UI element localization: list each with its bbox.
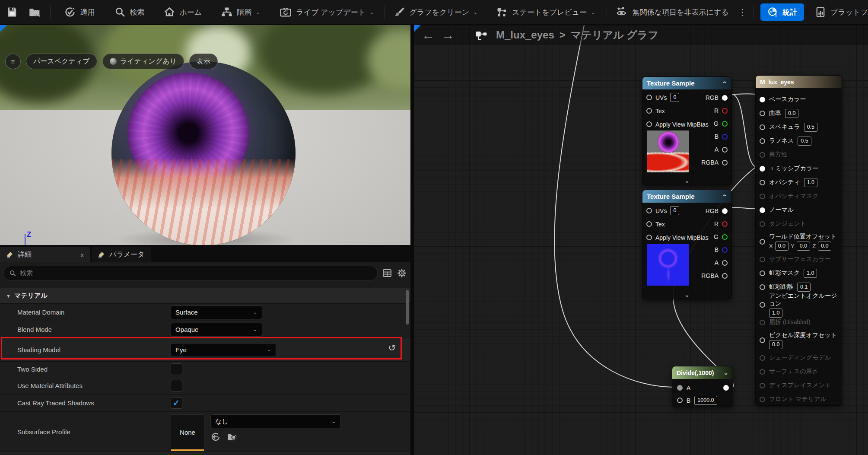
input-pin[interactable] [646, 208, 652, 213]
tab-parameters[interactable]: パラメータ [92, 247, 151, 262]
material-input-pin[interactable] [760, 194, 765, 199]
material-graph-panel[interactable]: ← → M_lux_eyes > マテリアル グラフ Texture Sampl… [414, 25, 868, 455]
pin-value[interactable]: 1.0 [769, 309, 782, 318]
details-scrollbar[interactable] [406, 290, 409, 325]
material-result-node[interactable]: M_lux_eyes ベースカラー曲率0.0スペキュラ0.5ラフネス0.5異方性… [755, 75, 842, 406]
collapse-icon[interactable]: ⌃ [722, 80, 727, 86]
pin-value[interactable]: 0.5 [798, 137, 811, 146]
expand-icon[interactable]: ⌄ [642, 291, 731, 298]
input-pin[interactable] [646, 121, 652, 127]
show-button[interactable]: 表示 [189, 54, 218, 69]
tab-details[interactable]: 詳細 x [0, 247, 90, 262]
subsurface-profile-select[interactable]: なし⌄ [210, 414, 341, 428]
material-input-pin[interactable] [760, 397, 765, 402]
input-pin[interactable] [646, 235, 652, 240]
input-pin[interactable] [646, 108, 652, 114]
material-input-pin[interactable] [760, 152, 765, 158]
material-input-pin[interactable] [760, 239, 765, 245]
material-input-pin[interactable] [760, 369, 765, 375]
output-pin-b[interactable] [722, 134, 728, 140]
material-input-pin[interactable] [760, 207, 765, 213]
output-pin-g[interactable] [722, 234, 728, 240]
stats-button[interactable]: i 統計 [760, 3, 804, 21]
details-search-input[interactable]: 検索 [3, 266, 378, 280]
perspective-button[interactable]: パースペクティブ [26, 54, 97, 69]
divide-node[interactable]: Divide(,1000)⌄ A B 1000.0 [672, 366, 733, 407]
output-pin-rgb[interactable] [722, 95, 728, 101]
pin-value[interactable]: 1.0 [804, 178, 817, 187]
browse-asset-icon[interactable] [227, 432, 238, 442]
divide-input-b-pin[interactable] [677, 398, 683, 403]
shading-model-select[interactable]: Eye⌄ [171, 343, 276, 357]
subsurface-profile-thumbnail[interactable]: None [171, 414, 204, 451]
pane-divider[interactable] [410, 25, 414, 455]
preview-viewport[interactable]: ≡ パースペクティブ ライティングあり 表示 Z X [0, 25, 410, 245]
output-pin-g[interactable] [722, 121, 728, 127]
output-pin-rgba[interactable] [722, 273, 728, 279]
divide-output-pin[interactable] [723, 385, 729, 391]
expand-icon[interactable]: ⌄ [723, 370, 728, 375]
hide-unrelated-button[interactable]: 無関係な項目を非表示にする [610, 0, 735, 24]
input-value[interactable]: 0 [670, 206, 679, 215]
output-pin-rgba[interactable] [722, 160, 728, 165]
reset-to-default-icon[interactable]: ↺ [388, 343, 396, 353]
material-input-pin[interactable] [760, 166, 765, 172]
divide-input-a-pin[interactable] [677, 385, 683, 391]
texture-sample-node-1[interactable]: Texture Sample⌃ UVs0TexApply View MipBia… [642, 76, 732, 185]
preview-state-button[interactable]: ステートをプレビュー ⌄ [490, 0, 601, 24]
output-pin-a[interactable] [722, 147, 728, 153]
output-pin-rgb[interactable] [722, 208, 728, 214]
output-pin-a[interactable] [722, 260, 728, 266]
material-input-pin[interactable] [760, 355, 765, 361]
clean-graph-button[interactable]: グラフをクリーン ⌄ [387, 0, 484, 24]
gear-icon[interactable] [397, 268, 407, 278]
output-pin-b[interactable] [722, 247, 728, 253]
material-input-pin[interactable] [760, 284, 765, 290]
material-input-pin[interactable] [760, 97, 765, 102]
cast-ray-traced-shadows-checkbox[interactable] [171, 397, 182, 409]
save-button[interactable] [0, 0, 22, 24]
expand-icon[interactable]: ⌄ [642, 177, 731, 184]
material-input-pin[interactable] [760, 383, 765, 388]
material-input-pin[interactable] [760, 320, 765, 325]
viewport-menu-button[interactable]: ≡ [5, 54, 21, 69]
section-advanced[interactable]: ▼詳細設定 [0, 452, 410, 455]
live-update-button[interactable]: ライブ アップデート ⌄ [273, 0, 380, 24]
hierarchy-button[interactable]: 階層 ⌄ [215, 0, 266, 24]
output-pin-r[interactable] [722, 108, 728, 114]
material-input-pin[interactable] [760, 337, 765, 343]
pin-value[interactable]: 0.0 [775, 242, 789, 251]
browse-button[interactable] [22, 0, 48, 24]
material-input-pin[interactable] [760, 257, 765, 262]
material-input-pin[interactable] [760, 180, 765, 185]
pin-value[interactable]: 0.5 [804, 123, 817, 132]
input-pin[interactable] [646, 221, 652, 227]
input-value[interactable]: 0 [670, 93, 679, 102]
home-button[interactable]: ホーム [157, 0, 208, 24]
material-input-pin[interactable] [760, 270, 765, 276]
pin-value[interactable]: 1.0 [804, 269, 817, 278]
material-preview-sphere[interactable] [111, 61, 296, 245]
pin-value[interactable]: 0.0 [797, 242, 810, 251]
pin-value[interactable]: 0.1 [797, 283, 811, 292]
toolbar-overflow-button[interactable]: ⋮ [735, 7, 751, 17]
display-filter-icon[interactable] [382, 268, 392, 278]
material-input-pin[interactable] [760, 124, 765, 130]
tab-close-icon[interactable]: x [81, 251, 84, 258]
input-pin[interactable] [646, 95, 652, 100]
material-input-pin[interactable] [760, 221, 765, 227]
material-input-pin[interactable] [760, 138, 765, 144]
texture-sample-node-2[interactable]: Texture Sample⌃ UVs0TexApply View MipBia… [642, 190, 732, 299]
pin-value[interactable]: 0.0 [769, 340, 782, 349]
breadcrumb-material[interactable]: M_lux_eyes [496, 29, 554, 41]
platform-stats-button[interactable]: プラットフ [808, 0, 868, 24]
output-pin-r[interactable] [722, 221, 728, 227]
collapse-icon[interactable]: ⌃ [722, 194, 727, 199]
apply-button[interactable]: 適用 [58, 0, 101, 24]
divide-b-value[interactable]: 1000.0 [694, 396, 717, 405]
blend-mode-select[interactable]: Opaque⌄ [171, 323, 262, 337]
back-button[interactable]: ← [422, 29, 435, 41]
forward-button[interactable]: → [442, 29, 455, 41]
section-material[interactable]: ▼マテリアル [0, 288, 410, 304]
use-selected-asset-icon[interactable] [210, 432, 221, 442]
